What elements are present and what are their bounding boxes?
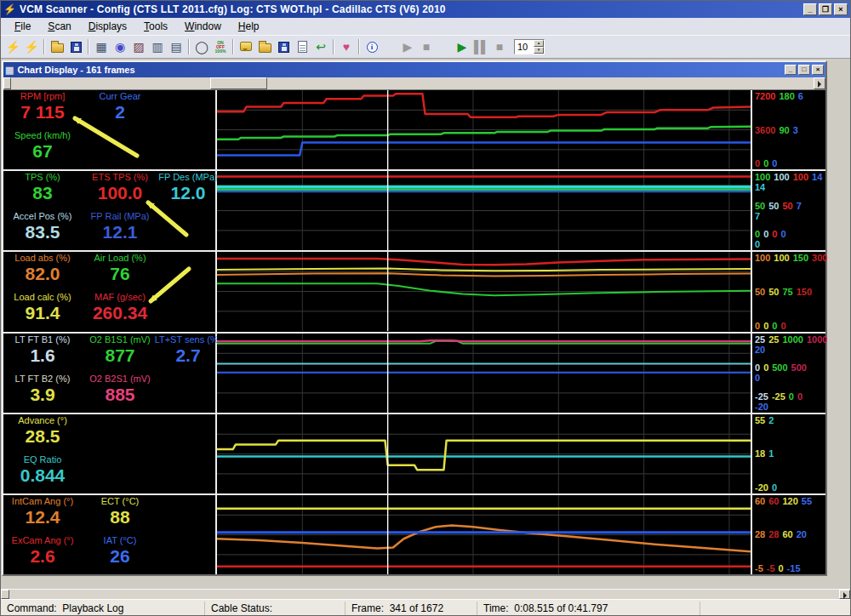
dashboard-display-icon[interactable]: ▨ — [129, 37, 148, 56]
chart-plot[interactable] — [217, 90, 752, 169]
menu-displays[interactable]: Displays — [80, 19, 135, 34]
menu-file[interactable]: File — [6, 19, 39, 34]
axis-labels: 720018063600903000 — [752, 90, 825, 169]
info-icon[interactable]: i — [363, 37, 381, 56]
toolbar-separator — [358, 39, 360, 54]
restore-button[interactable]: ❐ — [819, 3, 832, 15]
chart-plot[interactable] — [217, 334, 752, 413]
channel-label: IntCam Ang (°) — [12, 496, 73, 507]
minimize-button[interactable]: _ — [803, 3, 817, 15]
minimize-button[interactable]: _ — [785, 65, 797, 75]
axis-value: 7 — [797, 201, 802, 211]
scroll-right-button[interactable] — [839, 590, 850, 599]
log-file-icon[interactable] — [293, 37, 311, 56]
restore-button[interactable]: □ — [798, 65, 810, 75]
channel-label: LT FT B2 (%) — [15, 374, 71, 385]
series-o2-b2s1 — [217, 340, 751, 341]
dtc-onoff-icon: ONOFF100% — [215, 41, 226, 54]
empty-cell — [160, 253, 216, 292]
play-inactive-icon[interactable]: ▶ — [398, 37, 417, 56]
channel-cell: Air Load (%)76 — [80, 253, 160, 292]
axis-value: 0 — [779, 563, 784, 573]
pause-icon[interactable]: ▌▌ — [471, 37, 490, 56]
axis-value: 100 — [755, 253, 770, 263]
channel-cell: O2 B2S1 (mV)885 — [80, 374, 160, 413]
frame-skip-value[interactable]: 10 — [515, 40, 534, 54]
chart-plot[interactable] — [217, 171, 752, 250]
chart-plot[interactable] — [217, 414, 752, 493]
channel-label: IAT (°C) — [104, 535, 137, 546]
axis-value: -20 — [755, 482, 768, 493]
axis-value: 0 — [763, 158, 768, 168]
dtc-onoff-icon[interactable]: ONOFF100% — [211, 37, 230, 56]
axis-labels: 1001001503005050751500000 — [752, 252, 825, 331]
menu-help[interactable]: Help — [230, 19, 268, 34]
axis-value: 300 — [812, 253, 827, 263]
open-config-icon[interactable] — [48, 37, 66, 56]
save-log-icon[interactable] — [274, 37, 293, 56]
channel-label: Speed (km/h) — [14, 130, 71, 141]
axis-value: 50 — [755, 287, 765, 297]
title-bar[interactable]: ⚡ VCM Scanner - Config (CTS LLT 2011.cfg… — [1, 1, 850, 18]
axis-group: 0000 — [755, 321, 825, 331]
menu-scan[interactable]: Scan — [39, 19, 79, 34]
chart-h-scrollbar[interactable] — [3, 77, 825, 90]
axis-line: 28286020 — [755, 529, 825, 539]
frame-skip-spinner[interactable]: 10▴▾ — [514, 39, 545, 54]
label-row: LT FT B2 (%)3.9O2 B2S1 (mV)885 — [5, 374, 215, 413]
channel-cell: LT+ST sens (%)2.7 — [160, 334, 216, 374]
status-bar: Command: Playback LogCable Status:Frame:… — [1, 599, 850, 616]
time-status: Time: 0:08.515 of 0:41.797 — [477, 602, 700, 616]
spin-down-icon[interactable]: ▾ — [534, 47, 544, 54]
chart-window-title-bar[interactable]: ▦ Chart Display - 161 frames _□× — [3, 62, 825, 77]
menu-tools[interactable]: Tools — [135, 19, 176, 34]
spin-up-icon[interactable]: ▴ — [534, 40, 544, 47]
axis-line: 00500500 — [755, 362, 825, 373]
table-display-icon[interactable]: ▦ — [92, 37, 111, 56]
gauge-display-icon[interactable]: ◉ — [111, 37, 129, 56]
histogram-display-icon[interactable]: ▥ — [148, 37, 167, 56]
channel-label: EQ Ratio — [24, 454, 62, 465]
channel-cell: LT FT B1 (%)1.6 — [5, 334, 80, 374]
stop-icon[interactable]: ■ — [490, 37, 509, 56]
scrollbar-stub[interactable] — [1, 590, 9, 599]
revert-log-icon[interactable]: ↩ — [311, 37, 330, 56]
open-log-icon[interactable] — [255, 37, 274, 56]
save-config-icon[interactable] — [66, 37, 85, 56]
polling-icon[interactable] — [237, 37, 255, 56]
menu-window[interactable]: Window — [176, 19, 230, 34]
axis-group: 72001806 — [755, 91, 825, 101]
axis-value: 55 — [755, 415, 765, 425]
axis-line: 606012055 — [755, 496, 825, 506]
chart-panel-1: RPM [rpm]7 115Curr Gear2Speed (km/h)6772… — [3, 90, 825, 171]
close-button[interactable]: × — [812, 65, 824, 75]
vcm-controls-icon[interactable]: ♥ — [337, 37, 356, 56]
window-controls: _❐× — [802, 3, 848, 15]
obd-connector-icon[interactable]: ◯ — [192, 37, 211, 56]
chart-display-icon[interactable]: ▤ — [167, 37, 186, 56]
connect-lightning-icon[interactable]: ⚡ — [3, 37, 22, 56]
axis-group: 505075150 — [755, 287, 825, 297]
chart-plot[interactable] — [217, 495, 752, 574]
chart-plot[interactable] — [217, 252, 752, 331]
play-icon[interactable]: ▶ — [453, 37, 471, 56]
axis-value: -15 — [787, 563, 801, 573]
axis-line: 0 — [755, 239, 825, 249]
scrollbar-thumb[interactable] — [210, 77, 267, 89]
axis-value: 0 — [755, 373, 760, 383]
axis-value: 100 — [793, 172, 808, 182]
axis-value: 150 — [793, 253, 808, 263]
axis-line: 20 — [755, 345, 825, 355]
axis-value: 50 — [783, 201, 793, 211]
scroll-right-button[interactable] — [814, 77, 825, 89]
stop-inactive-icon[interactable]: ■ — [417, 37, 436, 56]
main-h-scrollbar[interactable] — [1, 589, 850, 599]
axis-value: 50 — [755, 201, 765, 211]
label-row: LT FT B1 (%)1.6O2 B1S1 (mV)877LT+ST sens… — [5, 334, 215, 374]
axis-labels: 25251000100020005005000-25-2500-20 — [752, 334, 825, 413]
scrollbar-stub[interactable] — [3, 77, 11, 89]
chart-panels: RPM [rpm]7 115Curr Gear2Speed (km/h)6772… — [3, 90, 825, 574]
close-button[interactable]: × — [834, 3, 848, 15]
disconnect-lightning-icon[interactable]: ⚡ — [22, 37, 41, 56]
axis-value: 25 — [768, 334, 779, 345]
